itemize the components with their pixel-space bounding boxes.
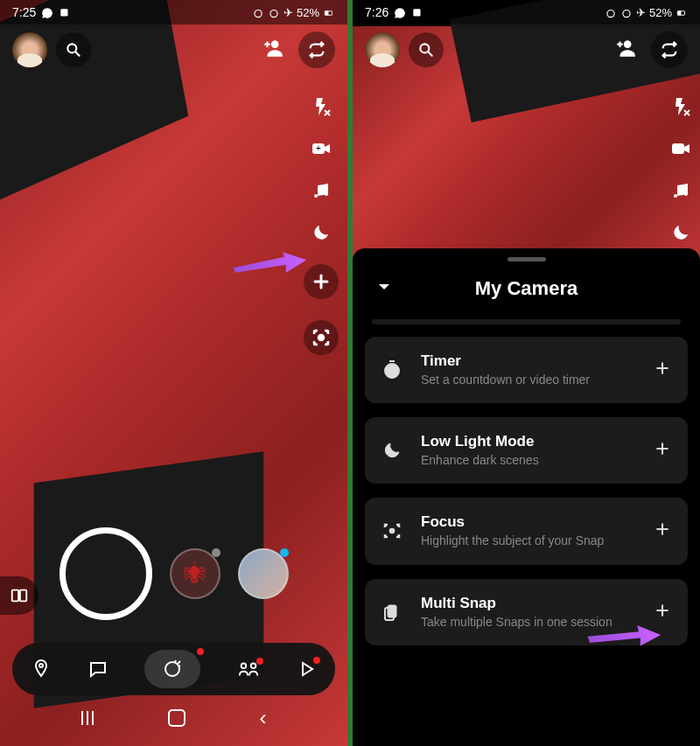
alarm-icon-2	[268, 5, 280, 19]
option-title: Multi Snap	[421, 595, 635, 612]
shutter-button[interactable]	[60, 527, 152, 620]
profile-avatar[interactable]	[365, 32, 400, 67]
gallery-status-icon	[411, 5, 424, 19]
svg-point-18	[251, 664, 256, 669]
option-focus[interactable]: Focus Highlight the subject of your Snap	[365, 498, 688, 564]
timer-icon	[379, 359, 405, 380]
option-subtitle: Enhance dark scenes	[421, 452, 635, 468]
panel-title: My Camera	[374, 277, 679, 300]
panel-separator	[372, 319, 681, 324]
svg-rect-19	[414, 10, 421, 17]
video-plus-icon[interactable]: +	[311, 138, 332, 159]
scan-button[interactable]	[304, 320, 339, 355]
option-timer[interactable]: Timer Set a countdown or video timer	[365, 337, 688, 403]
battery-percent: 52%	[297, 6, 319, 19]
video-plus-icon[interactable]	[670, 138, 691, 159]
alarm-icon-2	[620, 5, 633, 19]
search-button[interactable]	[56, 32, 91, 67]
dock-stories[interactable]	[237, 659, 260, 679]
moon-icon	[379, 440, 405, 461]
battery-percent: 52%	[649, 6, 672, 19]
my-camera-panel: My Camera Timer Set a countdown or video…	[353, 248, 700, 746]
add-option-button[interactable]	[651, 440, 674, 461]
whatsapp-icon	[41, 5, 53, 19]
status-bar: 7:26 ✈ 52%	[353, 0, 700, 24]
option-low-light[interactable]: Low Light Mode Enhance dark scenes	[365, 417, 688, 484]
option-title: Low Light Mode	[421, 433, 635, 450]
svg-point-26	[624, 41, 632, 49]
nav-back[interactable]: ‹	[260, 706, 267, 730]
airplane-icon: ✈	[636, 6, 646, 19]
svg-point-15	[39, 664, 43, 667]
flip-camera-button[interactable]	[651, 31, 688, 68]
option-subtitle: Take multiple Snaps in one session	[421, 614, 635, 630]
collapse-chevron-icon[interactable]	[374, 276, 395, 301]
add-option-button[interactable]	[651, 602, 674, 623]
svg-point-7	[271, 41, 279, 49]
night-mode-icon[interactable]	[311, 222, 332, 243]
music-icon[interactable]	[311, 180, 332, 201]
lens-carousel-item-1[interactable]	[170, 548, 220, 599]
svg-rect-29	[672, 143, 684, 154]
nav-home[interactable]	[168, 709, 186, 727]
alarm-icon	[605, 5, 617, 19]
add-option-button[interactable]	[651, 359, 674, 380]
music-icon[interactable]	[670, 180, 691, 201]
flash-icon[interactable]	[670, 96, 691, 117]
svg-point-20	[607, 10, 614, 17]
svg-point-17	[242, 664, 247, 669]
lens-carousel-item-2[interactable]	[238, 548, 289, 599]
option-multi-snap[interactable]: Multi Snap Take multiple Snaps in one se…	[365, 579, 688, 645]
svg-point-2	[270, 10, 277, 17]
svg-line-6	[76, 52, 80, 56]
alarm-icon	[252, 5, 264, 19]
gallery-status-icon	[59, 5, 71, 19]
flip-camera-button[interactable]	[298, 31, 335, 68]
status-bar: 7:25 ✈ 52%	[0, 0, 347, 24]
battery-icon	[676, 5, 688, 19]
add-option-button[interactable]	[651, 520, 674, 541]
option-subtitle: Highlight the subject of your Snap	[421, 533, 635, 548]
night-mode-icon[interactable]	[670, 222, 691, 243]
airplane-icon: ✈	[284, 6, 293, 19]
add-friend-icon[interactable]	[614, 37, 637, 63]
battery-icon	[323, 5, 335, 19]
svg-line-25	[429, 52, 432, 56]
add-friend-icon[interactable]	[262, 37, 284, 63]
svg-point-1	[255, 10, 262, 17]
dock-spotlight[interactable]	[296, 659, 317, 680]
profile-avatar[interactable]	[12, 32, 47, 67]
status-time: 7:26	[365, 5, 388, 19]
android-nav-bar: ‹	[0, 706, 347, 730]
dock-camera[interactable]	[144, 650, 200, 688]
svg-rect-23	[677, 11, 681, 16]
nav-recent[interactable]	[81, 711, 94, 725]
search-button[interactable]	[409, 32, 444, 67]
svg-rect-0	[61, 10, 68, 17]
focus-icon	[379, 520, 405, 541]
dock-chat[interactable]	[88, 659, 108, 680]
svg-point-31	[390, 529, 394, 533]
svg-text:+: +	[316, 143, 321, 153]
svg-point-16	[165, 662, 179, 676]
svg-point-21	[623, 10, 630, 17]
camera-viewfinder	[0, 0, 347, 746]
status-time: 7:25	[12, 5, 36, 19]
option-title: Timer	[421, 352, 635, 370]
bottom-dock	[12, 643, 335, 695]
dock-map[interactable]	[31, 659, 52, 680]
svg-rect-4	[325, 11, 328, 16]
phone-right-panel: 7:26 ✈ 52%	[353, 0, 700, 746]
svg-point-12	[318, 335, 324, 340]
option-title: Focus	[421, 513, 635, 531]
add-tool-button[interactable]	[304, 264, 339, 299]
multi-snap-icon	[379, 602, 405, 623]
whatsapp-icon	[394, 5, 406, 19]
phone-left-camera: 7:25 ✈ 52% +	[0, 0, 347, 746]
option-subtitle: Set a countdown or video timer	[421, 372, 635, 387]
flash-icon[interactable]	[311, 96, 332, 117]
